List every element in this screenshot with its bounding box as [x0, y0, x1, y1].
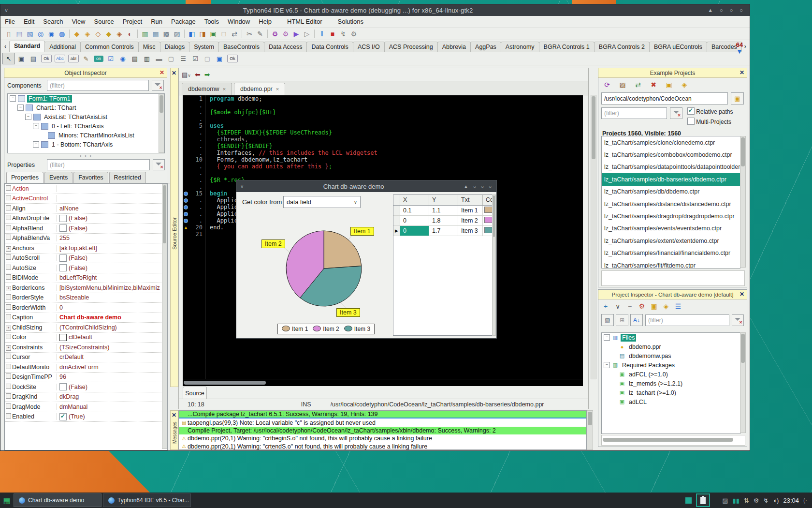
tree-expander-icon[interactable]: − [17, 105, 24, 111]
checkbox-icon[interactable] [59, 215, 67, 222]
toolbar-icon[interactable]: ▷ [302, 29, 312, 39]
property-row[interactable]: Enabled (True) [5, 412, 167, 422]
palette-tab[interactable]: Data Controls [306, 42, 353, 52]
inspector-hscrollbar[interactable] [601, 435, 745, 446]
property-name[interactable]: Caption [12, 314, 57, 321]
property-value[interactable]: crDefault [57, 354, 167, 360]
inspector-tab[interactable]: Restricted [109, 172, 146, 183]
cell-x[interactable]: 0 [400, 226, 429, 236]
component-tree-label[interactable]: Minors: TChartMinorAxisList [57, 132, 136, 139]
message-row[interactable]: ▤ taopengl.pas(99,3) Note: Local variabl… [179, 418, 586, 426]
components-tree-scrollbar[interactable] [159, 94, 164, 153]
property-value[interactable]: 96 [57, 374, 167, 380]
toolbar-icon[interactable]: ✎ [255, 29, 265, 39]
tree-expander-icon[interactable] [611, 344, 617, 349]
checkbox-icon[interactable] [59, 224, 67, 232]
cell-txt[interactable]: Item 1 [458, 206, 483, 215]
messages-scrollbar[interactable] [587, 410, 593, 450]
project-list-item[interactable]: lz_taChart/samples/db-barseries/dbdemo.c… [602, 173, 740, 185]
cell-y[interactable]: 1.8 [429, 216, 458, 225]
toolbar-icon[interactable]: ▯ [3, 29, 14, 39]
inspector-tab[interactable]: Favorites [73, 172, 108, 183]
toolbar-icon[interactable]: ◈ [114, 29, 125, 39]
editor-tab[interactable]: dbdemomw× [182, 83, 232, 95]
property-name[interactable]: DragKind [12, 393, 57, 400]
palette-overflow[interactable]: 64 ▼ [732, 41, 747, 54]
source-tab[interactable]: Source [183, 387, 207, 399]
tree-expander-icon[interactable]: − [33, 141, 39, 148]
property-row[interactable]: BorderStyle bsSizeable [5, 293, 167, 303]
overflow-arrow-icon[interactable]: ▼ [732, 48, 747, 54]
property-value[interactable]: dmActiveForm [57, 364, 167, 371]
close-icon[interactable]: ✕ [740, 69, 744, 76]
property-row[interactable]: BiDiMode bdLeftToRight [5, 273, 167, 284]
property-value[interactable]: alNone [57, 205, 167, 212]
component-tree-row[interactable]: − 0 - Left: TChartAxis [8, 121, 164, 131]
components-filter-button[interactable] [152, 80, 164, 91]
toolbar-icon[interactable]: ∨ [613, 301, 622, 312]
property-value[interactable]: [akTop,akLeft] [57, 245, 167, 252]
component-tree-row[interactable]: − Chart1: TChart [8, 103, 164, 112]
property-name[interactable]: Cursor [12, 354, 57, 360]
toolbar-icon[interactable]: ⟳ [601, 79, 613, 90]
toolbar-icon[interactable]: ✂ [244, 29, 255, 39]
component-tree-row[interactable]: − 1 - Bottom: TChartAxis [8, 140, 164, 149]
project-list-item[interactable]: lz_taChart/samples/db/dbdemo.ctpr [602, 186, 740, 198]
menu-item[interactable]: Solutions [333, 16, 367, 28]
menu-item[interactable]: Edit [19, 16, 39, 28]
palette-tab[interactable]: BaseControls [218, 42, 264, 52]
toolbar-icon[interactable]: ▤ [14, 29, 25, 39]
property-name[interactable]: ChildSizing [12, 324, 57, 331]
toolbar-icon[interactable] [242, 30, 242, 38]
project-list-item[interactable]: lz_taChart/samples/combobox/combodemo.ct… [602, 149, 740, 161]
tree-expander-icon[interactable] [611, 390, 617, 395]
tree-expander-icon[interactable] [41, 133, 46, 138]
toolbar-icon[interactable]: ⇄ [632, 79, 644, 90]
toolbar-icon[interactable]: + [601, 301, 610, 312]
close-icon[interactable]: ✕ [172, 70, 176, 76]
toolbar-icon[interactable]: ◆ [103, 29, 114, 39]
grid-header-cell[interactable]: X [400, 195, 429, 205]
component-icon[interactable]: ▤ [129, 53, 141, 64]
palette-tab[interactable]: AggPas [470, 42, 501, 52]
cell-y[interactable]: 1.7 [429, 226, 458, 236]
tree-expander-icon[interactable] [611, 399, 617, 404]
project-tree-label[interactable]: Required Packages [621, 361, 676, 369]
tree-expander-icon[interactable]: − [604, 334, 610, 341]
inspector-filter-button[interactable] [732, 314, 744, 326]
toolbar-icon[interactable]: ▥ [140, 29, 150, 39]
property-value[interactable]: (TSizeConstraints) [57, 344, 167, 351]
close-icon[interactable]: ✕ [160, 69, 164, 76]
project-list-item[interactable]: lz_taChart/samples/events/eventsdemo.ctp… [602, 223, 740, 235]
property-expander[interactable] [5, 235, 12, 241]
toolbar-button[interactable]: A↓ [630, 314, 643, 326]
close-icon[interactable]: ○ [740, 7, 743, 13]
component-tree-row[interactable]: Minors: TChartMinorAxisList [8, 131, 164, 140]
tray-icon[interactable]: ▮▮ [732, 497, 739, 504]
project-tree-row[interactable]: ● dbdemo.ppr [602, 342, 740, 351]
tab-close-icon[interactable]: × [276, 86, 279, 92]
toolbar-icon[interactable]: ◇ [93, 29, 103, 39]
menu-item[interactable]: Search [39, 16, 67, 28]
palette-tab[interactable]: BGRA Controls 1 [539, 42, 594, 52]
component-icon[interactable]: ☰ [177, 53, 189, 64]
component-icon[interactable]: ☑ [189, 53, 201, 64]
window-menu-icon[interactable]: ∨ [4, 7, 8, 14]
property-value[interactable]: (False) [57, 224, 167, 232]
menu-item[interactable]: Project [118, 16, 146, 28]
toolbar-icon[interactable]: ⚙ [280, 29, 291, 39]
toolbar-icon[interactable]: ◈ [82, 29, 93, 39]
toolbar-icon[interactable]: ▣ [650, 301, 658, 312]
project-tree-scrollbar[interactable] [740, 332, 746, 433]
projects-path-input[interactable] [601, 92, 728, 105]
editor-tab[interactable]: dbdemo.ppr× [234, 83, 285, 95]
toolbar-icon[interactable]: − [625, 301, 634, 312]
property-row[interactable]: ActiveControl [5, 194, 167, 204]
property-name[interactable]: AlphaBlendVa [12, 235, 57, 241]
property-value[interactable]: 255 [57, 235, 167, 241]
project-tree-label[interactable]: lz_tachart (>=1.0) [627, 389, 678, 397]
checkbox-icon[interactable] [687, 107, 695, 115]
projects-filter-button[interactable] [670, 107, 682, 119]
property-expander[interactable] [5, 294, 12, 301]
palette-tab[interactable]: System [189, 42, 219, 52]
